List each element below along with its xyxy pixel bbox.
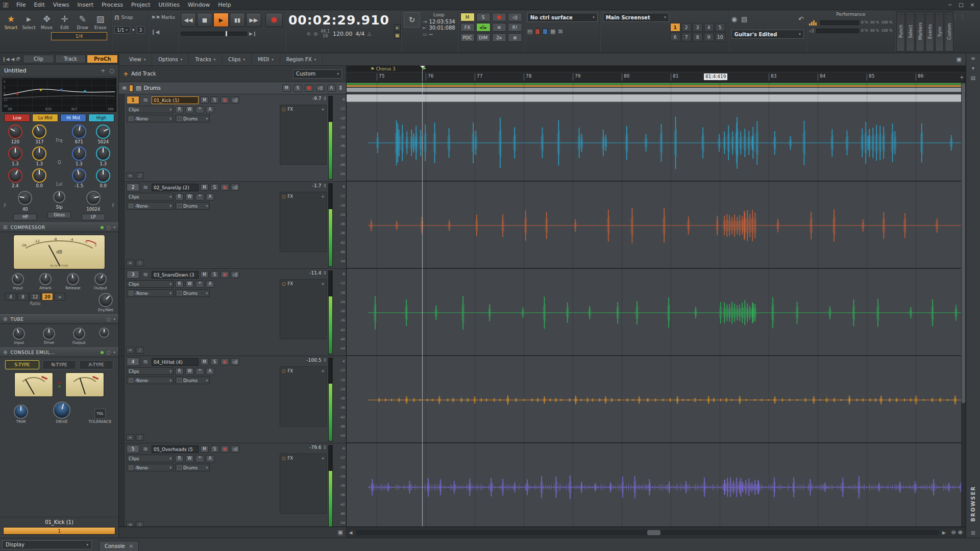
restore-button[interactable]: □ bbox=[955, 2, 967, 8]
add-track-button[interactable]: + Add Track bbox=[123, 70, 156, 78]
tube-type-knob[interactable] bbox=[99, 328, 109, 338]
input-echo-button[interactable]: ◁) bbox=[231, 96, 239, 104]
eq-graph[interactable]: 6 0 6 12 18 20 632 3k7 20k bbox=[2, 78, 116, 112]
s-type-button[interactable]: S-TYPE bbox=[5, 360, 39, 369]
audio-waveform[interactable] bbox=[347, 94, 966, 182]
menu-help[interactable]: Help bbox=[214, 1, 235, 9]
snap-magnitude[interactable]: 3 bbox=[137, 26, 145, 34]
track-name[interactable]: 03_SnareDown (3 bbox=[152, 271, 199, 279]
clips-dropdown[interactable]: Clips▾ bbox=[127, 193, 174, 201]
rewind-button[interactable]: ◀◀ bbox=[181, 13, 196, 27]
close-icon[interactable]: × bbox=[129, 543, 133, 549]
dock-grid-icon[interactable]: ⊞ bbox=[971, 530, 975, 536]
screenset-6[interactable]: 6 bbox=[670, 33, 680, 41]
fader-icon[interactable]: ⊕ bbox=[508, 33, 522, 42]
output-dropdown[interactable]: ODrums▾ bbox=[175, 464, 210, 471]
volume-readout[interactable]: -1.7⇕ bbox=[280, 183, 327, 190]
output-dropdown[interactable]: ODrums▾ bbox=[175, 202, 210, 210]
track-grip[interactable] bbox=[119, 356, 125, 443]
volume-readout[interactable]: -11.4⇕ bbox=[280, 270, 327, 278]
undo-icon[interactable]: ↶ bbox=[798, 15, 804, 23]
write-automation-button[interactable]: W bbox=[185, 281, 194, 288]
track-header[interactable]: 3 ≋ 03_SnareDown (3 M S ◁) Clips▾ R W * … bbox=[119, 269, 346, 356]
lanes-button[interactable]: ≡ bbox=[126, 521, 134, 527]
tool-move[interactable]: ✥Move bbox=[38, 12, 56, 30]
tube-header[interactable]: ⊕ TUBE ○ ▾ bbox=[0, 314, 118, 324]
add-fx-button[interactable]: + bbox=[321, 368, 325, 373]
screenset-8[interactable]: 8 bbox=[693, 33, 703, 41]
track-grip[interactable] bbox=[119, 269, 125, 356]
folder-solo-button[interactable]: S bbox=[293, 85, 302, 92]
menu-utilities[interactable]: Utilities bbox=[155, 1, 184, 9]
archive-button[interactable]: A bbox=[206, 106, 214, 113]
ratio-4-button[interactable]: 4 bbox=[5, 293, 16, 300]
output-dropdown[interactable]: ODrums▾ bbox=[175, 289, 210, 297]
slope-knob[interactable] bbox=[53, 191, 65, 203]
write-automation-button[interactable]: W bbox=[185, 368, 194, 375]
tool-erase[interactable]: ▨Erase bbox=[91, 12, 109, 30]
menu-file[interactable]: File bbox=[12, 1, 30, 9]
fx-bin[interactable]: ○ FX + bbox=[280, 105, 327, 165]
menu-options[interactable]: Options▾ bbox=[152, 54, 189, 65]
record-arm-all-button[interactable] bbox=[492, 13, 506, 21]
comp-input-knob[interactable] bbox=[12, 273, 24, 285]
folder-archive-button[interactable]: A bbox=[327, 85, 336, 92]
read-automation-button[interactable]: R bbox=[175, 281, 184, 288]
solo-button[interactable]: S bbox=[210, 184, 219, 191]
browser-tab[interactable]: BROWSER bbox=[970, 486, 976, 522]
solo-dim-icon[interactable]: ≋ bbox=[492, 23, 506, 32]
menu-regionfx[interactable]: Region FX▾ bbox=[280, 54, 323, 65]
freeze-button[interactable]: * bbox=[195, 193, 204, 201]
comp-output-knob[interactable] bbox=[94, 273, 107, 285]
zoom-in-icon[interactable]: ⊕ bbox=[958, 529, 963, 536]
read-automation-button[interactable]: R bbox=[175, 368, 184, 375]
loop-end-time[interactable]: 30:01:088 bbox=[429, 25, 455, 31]
archive-button[interactable]: A bbox=[206, 455, 214, 462]
hscroll-thumb[interactable] bbox=[647, 530, 660, 535]
chevron-down-icon[interactable]: ▾ bbox=[113, 350, 115, 355]
input-echo-button[interactable]: ◁) bbox=[231, 271, 239, 278]
menu-window[interactable]: Window bbox=[184, 1, 214, 9]
solo-button[interactable]: S bbox=[210, 96, 219, 104]
mute-all-button[interactable]: M bbox=[460, 13, 475, 21]
console-emulator-header[interactable]: ⊕ CONSOLE EMUL... ○ ▾ bbox=[0, 347, 118, 357]
go-to-end-button[interactable]: ▶❙ bbox=[249, 31, 256, 36]
fx-power-icon[interactable]: ○ bbox=[282, 368, 285, 373]
power-icon[interactable]: ○ bbox=[107, 225, 111, 230]
screenset-7[interactable]: 7 bbox=[681, 33, 692, 41]
track-grip[interactable] bbox=[119, 94, 125, 181]
zoom-in-ruler-button[interactable]: + bbox=[960, 74, 964, 81]
fx-global-button[interactable]: FX bbox=[460, 23, 475, 32]
fast-forward-button[interactable]: ▶▶ bbox=[246, 13, 261, 27]
tol-button[interactable]: TOL bbox=[94, 409, 106, 419]
lock-icon[interactable]: ⊠ bbox=[558, 28, 562, 35]
track-name[interactable]: 01_Kick (1) bbox=[152, 96, 199, 104]
eq-band-lomid[interactable]: Lo Mid bbox=[32, 114, 58, 122]
mute-button[interactable]: M bbox=[200, 358, 209, 365]
pause-button[interactable]: ▮▮ bbox=[230, 13, 245, 27]
fx-power-icon[interactable]: ○ bbox=[282, 281, 285, 286]
eq-q-low-knob[interactable] bbox=[8, 146, 22, 161]
audio-waveform[interactable] bbox=[347, 443, 966, 527]
double-speed-button[interactable]: 2x bbox=[492, 33, 506, 42]
write-automation-button[interactable]: W bbox=[185, 193, 194, 201]
archive-button[interactable]: A bbox=[206, 193, 214, 201]
tab-track[interactable]: Track bbox=[55, 55, 86, 63]
track-name[interactable]: 05_Overheads (5 bbox=[152, 445, 199, 453]
console-dock-tab[interactable]: Console× bbox=[99, 541, 139, 551]
arm-record-button[interactable] bbox=[220, 96, 229, 104]
write-automation-button[interactable]: W bbox=[185, 455, 194, 462]
input-echo-all-button[interactable]: ◁) bbox=[508, 13, 522, 21]
fx-bin[interactable]: ○ FX + bbox=[280, 192, 327, 252]
eq-freq-low-knob[interactable] bbox=[8, 124, 22, 139]
fx-bin[interactable]: ○ FX + bbox=[280, 366, 327, 427]
menu-edit[interactable]: Edit bbox=[30, 1, 48, 9]
tube-input-knob[interactable] bbox=[13, 328, 25, 340]
power-icon[interactable]: ○ bbox=[107, 317, 111, 322]
chevron-down-icon[interactable]: ▾ bbox=[113, 317, 115, 321]
tube-drive-knob[interactable] bbox=[43, 328, 55, 340]
vertical-scrollbar[interactable] bbox=[961, 82, 966, 527]
audio-waveform[interactable] bbox=[347, 182, 966, 269]
solo-button[interactable]: S bbox=[210, 271, 219, 278]
stop-button[interactable]: ■ bbox=[197, 13, 212, 27]
